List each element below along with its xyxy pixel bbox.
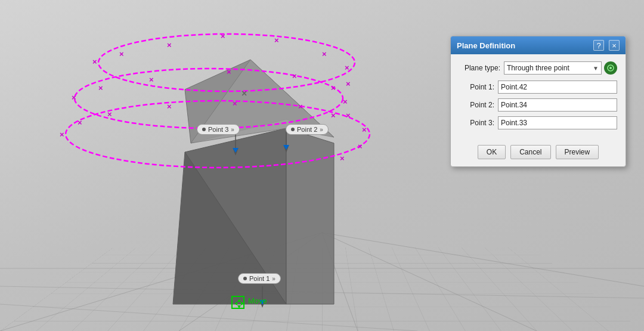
svg-text:×: ×: [298, 102, 303, 111]
point1-field[interactable]: [498, 81, 617, 94]
move-box[interactable]: [231, 296, 244, 309]
point1-label[interactable]: Point 1 »: [238, 273, 281, 284]
svg-text:×: ×: [119, 50, 124, 58]
plane-type-row: Plane type: Through three point ▼: [459, 61, 617, 75]
svg-text:×: ×: [345, 63, 349, 72]
svg-line-7: [0, 304, 417, 331]
point3-field-label: Point 3:: [459, 119, 498, 127]
dialog-controls: ? ×: [593, 40, 620, 51]
svg-text:×: ×: [340, 154, 345, 163]
viewport: × × × × × × × × × × × × × × × × × × × × …: [0, 0, 644, 331]
point1-field-label: Point 1:: [459, 83, 498, 91]
point3-field[interactable]: [498, 116, 617, 129]
point1-row: Point 1:: [459, 81, 617, 94]
svg-text:×: ×: [362, 125, 367, 134]
svg-point-55: [609, 67, 612, 69]
svg-marker-52: [234, 302, 237, 305]
svg-text:×: ×: [331, 111, 336, 120]
dialog-body: Plane type: Through three point ▼ Point …: [451, 54, 626, 141]
plane-type-label: Plane type:: [459, 64, 504, 72]
svg-text:×: ×: [98, 83, 103, 92]
svg-text:×: ×: [331, 83, 336, 92]
preview-button[interactable]: Preview: [556, 145, 599, 159]
point3-row: Point 3:: [459, 116, 617, 129]
svg-marker-51: [237, 305, 241, 308]
svg-text:×: ×: [60, 130, 64, 139]
dialog-close-button[interactable]: ×: [609, 40, 620, 51]
plane-type-select[interactable]: Through three point ▼: [504, 61, 602, 75]
svg-text:×: ×: [346, 79, 351, 88]
select-arrow-icon: ▼: [593, 65, 599, 72]
svg-line-4: [322, 233, 644, 286]
svg-text:×: ×: [343, 97, 348, 106]
svg-text:×: ×: [242, 88, 247, 98]
svg-text:×: ×: [72, 93, 76, 102]
cancel-button[interactable]: Cancel: [510, 145, 550, 159]
svg-text:×: ×: [149, 75, 154, 84]
svg-text:×: ×: [167, 102, 172, 111]
svg-marker-53: [241, 302, 244, 305]
svg-text:×: ×: [78, 118, 82, 127]
svg-marker-11: [286, 128, 334, 304]
svg-text:×: ×: [274, 36, 279, 45]
point3-label[interactable]: Point 3 »: [197, 124, 240, 135]
svg-text:×: ×: [167, 41, 172, 50]
svg-text:×: ×: [107, 110, 112, 119]
svg-text:×: ×: [92, 57, 97, 66]
move-label: Move: [248, 296, 267, 305]
svg-text:×: ×: [358, 142, 363, 151]
svg-text:×: ×: [346, 111, 351, 120]
plane-definition-dialog: Plane Definition ? × Plane type: Through…: [450, 36, 626, 167]
svg-text:×: ×: [221, 32, 225, 41]
plane-type-value: Through three point: [507, 64, 569, 72]
dialog-buttons: OK Cancel Preview: [451, 141, 626, 166]
point2-row: Point 2:: [459, 98, 617, 112]
dialog-help-button[interactable]: ?: [593, 40, 604, 51]
point2-label[interactable]: Point 2 »: [286, 124, 329, 135]
point2-field[interactable]: [498, 98, 617, 112]
plane-type-icon: [604, 61, 617, 75]
svg-text:×: ×: [292, 72, 297, 81]
svg-text:×: ×: [322, 50, 327, 58]
svg-line-3: [322, 233, 537, 331]
ok-button[interactable]: OK: [478, 145, 506, 159]
svg-marker-50: [237, 299, 241, 302]
dialog-titlebar: Plane Definition ? ×: [451, 36, 626, 54]
svg-text:×: ×: [233, 99, 237, 108]
dialog-title: Plane Definition: [457, 41, 515, 50]
svg-text:×: ×: [227, 67, 231, 76]
point2-field-label: Point 2:: [459, 101, 498, 109]
